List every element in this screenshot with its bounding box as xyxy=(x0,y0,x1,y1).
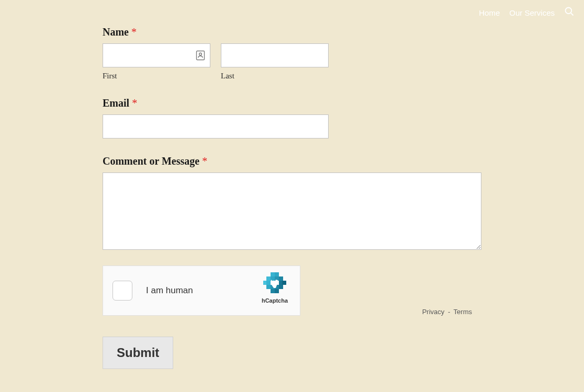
message-label: Comment or Message * xyxy=(103,155,481,167)
terms-link[interactable]: Terms xyxy=(454,308,472,316)
message-textarea[interactable] xyxy=(103,172,481,250)
captcha-checkbox[interactable] xyxy=(113,281,132,301)
hcaptcha-widget: I am human xyxy=(103,266,300,316)
contact-form: Name * First Las xyxy=(103,26,481,369)
captcha-privacy-terms: Privacy - Terms xyxy=(422,308,481,316)
first-name-col: First xyxy=(103,43,210,80)
required-mark: * xyxy=(132,97,137,109)
name-label-text: Name xyxy=(103,26,129,38)
nav-home[interactable]: Home xyxy=(479,8,500,17)
captcha-brand-text: hCaptcha xyxy=(259,297,290,304)
hcaptcha-logo-icon xyxy=(263,272,286,295)
svg-rect-17 xyxy=(279,285,283,289)
submit-button[interactable]: Submit xyxy=(103,337,173,369)
email-label: Email * xyxy=(103,97,481,109)
message-field-group: Comment or Message * xyxy=(103,155,481,252)
required-mark: * xyxy=(131,26,137,38)
nav-services[interactable]: Our Services xyxy=(509,8,555,17)
svg-rect-13 xyxy=(282,281,286,285)
svg-rect-9 xyxy=(279,276,283,281)
privacy-link[interactable]: Privacy xyxy=(422,308,445,316)
first-sublabel: First xyxy=(103,72,210,80)
email-field-group: Email * xyxy=(103,97,481,139)
svg-rect-19 xyxy=(275,289,279,293)
captcha-brand: hCaptcha xyxy=(259,272,290,304)
svg-rect-7 xyxy=(271,276,275,281)
sep: - xyxy=(448,308,450,316)
top-bar: Home Our Services xyxy=(479,6,575,19)
email-input[interactable] xyxy=(103,114,329,139)
svg-point-0 xyxy=(566,8,572,14)
first-name-input[interactable] xyxy=(103,43,210,67)
svg-point-3 xyxy=(199,53,202,55)
search-icon[interactable] xyxy=(564,6,575,19)
svg-rect-11 xyxy=(266,281,271,285)
captcha-row: I am human xyxy=(103,266,481,316)
contact-card-icon xyxy=(196,50,205,61)
svg-line-1 xyxy=(571,13,574,16)
last-name-col: Last xyxy=(221,43,329,80)
required-mark: * xyxy=(202,155,207,167)
svg-rect-18 xyxy=(271,289,275,293)
svg-rect-5 xyxy=(275,272,279,276)
name-label: Name * xyxy=(103,26,481,38)
svg-rect-14 xyxy=(266,285,271,289)
last-sublabel: Last xyxy=(221,72,329,80)
email-label-text: Email xyxy=(103,97,129,109)
captcha-text: I am human xyxy=(146,285,193,296)
svg-rect-6 xyxy=(266,276,271,281)
first-name-wrap xyxy=(103,43,210,67)
message-label-text: Comment or Message xyxy=(103,155,199,167)
last-name-input[interactable] xyxy=(221,43,329,67)
name-field-group: Name * First Las xyxy=(103,26,481,80)
svg-rect-4 xyxy=(271,272,275,276)
name-row: First Last xyxy=(103,43,481,80)
